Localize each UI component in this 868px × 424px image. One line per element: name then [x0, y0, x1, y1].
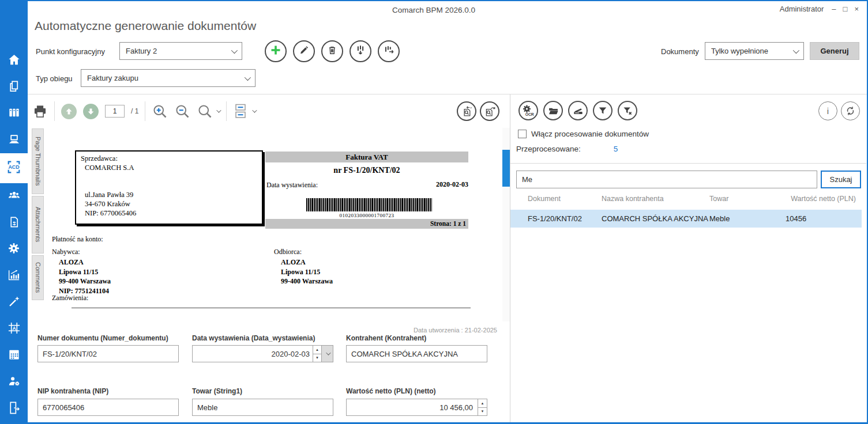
document-scrollbar[interactable] [502, 128, 510, 321]
payment-label: Płatność na konto: [52, 235, 103, 244]
minimize-button[interactable]: – [832, 5, 836, 13]
clear-filter-icon [622, 105, 634, 117]
chevron-down-icon [231, 47, 238, 53]
page-number-input[interactable] [105, 105, 125, 118]
scrollbar-thumb[interactable] [502, 150, 510, 187]
column-header-net-value[interactable]: Wartość netto (PLN) [784, 195, 856, 203]
documents-icon [7, 80, 21, 95]
doc-search-back-button[interactable] [457, 101, 476, 121]
zoom-out-button[interactable] [174, 103, 190, 119]
page-title: Automatyczne generowanie dokumentów [35, 19, 256, 33]
edit-button[interactable] [293, 40, 315, 62]
print-button[interactable] [32, 104, 48, 119]
chevron-down-icon [217, 108, 221, 112]
sidebar-item-documents[interactable] [0, 74, 28, 100]
chevron-down-icon [793, 47, 799, 53]
nip-input[interactable] [37, 399, 179, 416]
sidebar-item-statistics[interactable] [0, 263, 28, 289]
delete-icon [326, 44, 338, 58]
right-panel-divider [510, 163, 866, 164]
column-header-goods[interactable]: Towar [709, 195, 784, 203]
filter-button[interactable] [593, 101, 613, 120]
page-down-button[interactable] [83, 104, 99, 119]
toolbar-separator [145, 101, 145, 121]
sidebar-item-user-settings[interactable] [0, 369, 28, 395]
page-layout-button[interactable] [233, 103, 255, 120]
sidebar-item-ocr-area[interactable]: A [0, 316, 28, 342]
tab-page-thumbnails[interactable]: Page Thumbnails [32, 128, 44, 194]
contractor-input[interactable] [346, 345, 487, 362]
config-point-value: Faktury 2 [126, 47, 157, 55]
refresh-button[interactable] [841, 101, 860, 120]
export-button[interactable] [378, 40, 400, 62]
sidebar-item-archive[interactable] [0, 100, 28, 127]
toolbar-separator [226, 101, 227, 121]
delete-button[interactable] [321, 40, 343, 62]
cell-net-value: 10456 [784, 214, 856, 223]
zoom-mode-button[interactable] [197, 103, 220, 119]
workstation-icon [7, 132, 21, 148]
sidebar-item-workstation[interactable] [0, 127, 28, 153]
creation-date: Data utworzenia : 21-02-2025 [346, 327, 497, 334]
tab-attachments[interactable]: Attachments [32, 196, 44, 253]
doc-search-forward-button[interactable] [480, 101, 499, 121]
chevron-down-icon [326, 350, 330, 355]
document-flow-icon [7, 215, 21, 231]
cell-document: FS-1/20/KNT/02 [528, 214, 602, 223]
process-documents-checkbox[interactable] [518, 130, 527, 138]
document-number-input[interactable] [37, 345, 179, 362]
import-button[interactable] [350, 40, 371, 62]
open-folder-button[interactable] [543, 101, 563, 120]
config-point-select[interactable]: Faktury 2 [119, 42, 242, 60]
zoom-in-button[interactable] [152, 103, 168, 119]
tab-comments[interactable]: Comments [32, 255, 44, 300]
spinner-down-button[interactable]: ▼ [313, 354, 321, 362]
ocr-button[interactable]: OCR [518, 101, 538, 120]
flow-type-select[interactable]: Faktury zakupu [81, 69, 255, 87]
seller-nip: NIP: 6770065406 [85, 209, 136, 218]
column-header-document[interactable]: Dokument [528, 195, 602, 203]
acd-icon: ACD [5, 159, 22, 177]
add-button[interactable] [265, 40, 287, 62]
sidebar-item-acd[interactable]: ACD [0, 153, 28, 183]
spinner-down-button[interactable]: ▼ [478, 407, 487, 416]
field-label-document-number: Numer dokumentu (Numer_dokumentu) [37, 334, 168, 342]
cell-contractor: COMARCH SPÓŁKA AKCYJNA [602, 214, 709, 223]
search-button[interactable]: Szukaj [821, 171, 861, 188]
maximize-button[interactable]: □ [843, 5, 848, 13]
info-button[interactable]: i [818, 101, 837, 120]
export-icon [382, 44, 395, 59]
date-picker-button[interactable] [322, 345, 333, 362]
logout-icon [7, 401, 21, 417]
sidebar-item-logout[interactable] [0, 395, 28, 422]
sidebar-item-wand[interactable] [0, 289, 28, 316]
scanner-button[interactable] [568, 101, 588, 120]
document-preview[interactable]: Sprzedawca: COMARCH S.A ul.Jana Pawła 39… [44, 128, 502, 321]
net-value-spinner: ▲ ▼ [478, 399, 487, 416]
right-panel-toolbar: OCR [518, 101, 637, 120]
generate-button[interactable]: Generuj [810, 42, 859, 60]
issue-date-input[interactable] [193, 346, 313, 362]
clear-filter-button[interactable] [618, 101, 637, 120]
close-button[interactable]: × [854, 5, 859, 13]
panel-divider [510, 94, 510, 422]
sidebar-item-calendar[interactable] [0, 342, 28, 369]
table-row[interactable]: FS-1/20/KNT/02 COMARCH SPÓŁKA AKCYJNA Me… [510, 210, 862, 228]
info-icon: i [827, 106, 829, 116]
search-input[interactable] [516, 171, 817, 188]
invoice-seller-box: Sprzedawca: COMARCH S.A ul.Jana Pawła 39… [75, 150, 263, 225]
chevron-down-icon [245, 74, 251, 80]
spinner-up-button[interactable]: ▲ [478, 399, 487, 407]
column-header-contractor[interactable]: Nazwa kontrahenta [602, 195, 709, 203]
buyer-label: Nabywca: [52, 248, 80, 256]
page-up-button[interactable] [61, 104, 77, 119]
sidebar-item-contacts[interactable] [0, 183, 28, 210]
sidebar-item-document-flow[interactable] [0, 210, 28, 236]
process-documents-row: Włącz procesowanie dokumentów [518, 130, 649, 138]
documents-select[interactable]: Tylko wypełnione [705, 42, 804, 60]
spinner-up-button[interactable]: ▲ [313, 346, 321, 354]
sidebar-item-home[interactable] [0, 47, 28, 74]
net-value-input[interactable] [346, 399, 478, 416]
sidebar-item-settings[interactable] [0, 236, 28, 263]
goods-input[interactable] [192, 399, 333, 416]
